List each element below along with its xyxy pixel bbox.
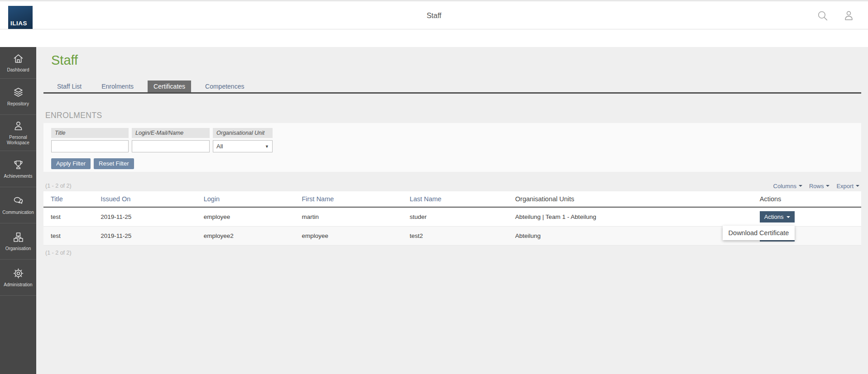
home-icon — [12, 52, 24, 65]
filter-label-title: Title — [51, 128, 129, 138]
tabs-bar: Staff List Enrolments Certificates Compe… — [43, 80, 861, 94]
sidebar-item-communication[interactable]: Communication — [0, 187, 36, 223]
column-header-login[interactable]: Login — [197, 191, 295, 207]
column-header-issued-on[interactable]: Issued On — [93, 191, 197, 207]
tab-staff-list[interactable]: Staff List — [51, 80, 87, 92]
cell-login: employee2 — [197, 227, 295, 246]
sidebar-item-dashboard[interactable]: Dashboard — [0, 47, 36, 79]
sidebar-item-label: Repository — [6, 101, 30, 107]
table-header-row: Title Issued On Login First Name Last Na… — [43, 191, 861, 207]
ilias-logo-text: ILIAS — [10, 20, 27, 27]
cell-login: employee — [197, 207, 295, 227]
caret-down-icon — [799, 185, 802, 187]
tab-certificates[interactable]: Certificates — [148, 80, 191, 92]
table-controls: Columns Rows Export — [773, 183, 859, 189]
sidebar-item-label: Organisation — [4, 246, 33, 252]
sidebar: Dashboard Repository Personal Workspace … — [0, 47, 36, 374]
org-unit-select-value: All — [216, 143, 223, 150]
main-content: Staff Staff List Enrolments Certificates… — [36, 47, 868, 374]
sidebar-item-administration[interactable]: Administration — [0, 260, 36, 296]
search-icon[interactable] — [816, 9, 829, 22]
column-header-title[interactable]: Title — [43, 191, 93, 207]
cell-last-name: test2 — [403, 227, 508, 246]
cell-first-name: employee — [294, 227, 402, 246]
column-header-actions: Actions — [753, 191, 861, 207]
section-title: ENROLMENTS — [45, 111, 861, 120]
layers-icon — [12, 86, 24, 99]
filter-field-login: Login/E-Mail/Name — [132, 128, 210, 152]
cell-issued-on: 2019-11-25 — [93, 207, 197, 227]
caret-down-icon — [856, 185, 859, 187]
caret-down-icon — [826, 185, 830, 187]
title-filter-input[interactable] — [51, 140, 129, 152]
topbar-page-title: Staff — [0, 12, 868, 20]
sidebar-item-label: Dashboard — [6, 67, 31, 73]
sidebar-item-organisation[interactable]: Organisation — [0, 223, 36, 260]
person-icon — [12, 120, 24, 132]
filter-field-org-unit: Organisational Unit All ▼ — [213, 128, 273, 152]
column-header-last-name[interactable]: Last Name — [403, 191, 508, 207]
org-unit-select[interactable]: All ▼ — [213, 140, 273, 152]
topbar-icons — [816, 9, 855, 22]
select-arrow-icon: ▼ — [265, 144, 269, 149]
filter-field-title: Title — [51, 128, 129, 152]
cell-title: test — [43, 207, 93, 227]
orgchart-icon — [12, 231, 24, 243]
download-certificate-menu-item[interactable]: Download Certificate — [723, 229, 795, 237]
sidebar-item-label: Personal Workspace — [0, 135, 36, 146]
top-bar: ILIAS Staff — [0, 0, 868, 29]
cell-title: test — [43, 227, 93, 246]
columns-dropdown[interactable]: Columns — [773, 183, 802, 189]
actions-dropdown-menu: Download Certificate — [723, 226, 795, 240]
sidebar-item-label: Administration — [2, 282, 34, 288]
sidebar-item-label: Achievements — [3, 174, 34, 180]
result-count-top: (1 - 2 of 2) — [45, 183, 72, 189]
user-icon[interactable] — [842, 9, 855, 22]
cell-actions: Actions Download Certificate — [753, 207, 861, 227]
cell-first-name: martin — [294, 207, 402, 227]
filter-label-org-unit: Organisational Unit — [213, 128, 273, 138]
result-count-bottom: (1 - 2 of 2) — [45, 250, 861, 256]
reset-filter-button[interactable]: Reset Filter — [94, 158, 134, 169]
export-dropdown[interactable]: Export — [836, 183, 859, 189]
filter-panel: Title Login/E-Mail/Name Organisational U… — [43, 123, 861, 172]
certificates-table: Title Issued On Login First Name Last Na… — [43, 191, 861, 246]
login-filter-input[interactable] — [132, 140, 210, 152]
gear-icon — [12, 267, 24, 279]
sidebar-item-label: Communication — [1, 210, 35, 216]
cell-issued-on: 2019-11-25 — [93, 227, 197, 246]
filter-label-login: Login/E-Mail/Name — [132, 128, 210, 138]
sidebar-item-achievements[interactable]: Achievements — [0, 151, 36, 187]
chat-icon — [12, 195, 24, 207]
cell-org-units: Abteilung | Team 1 - Abteilung — [508, 207, 753, 227]
column-header-org-units: Organisational Units — [508, 191, 753, 207]
table-row: test 2019-11-25 employee martin studer A… — [43, 207, 861, 227]
sidebar-item-repository[interactable]: Repository — [0, 79, 36, 115]
page-title: Staff — [51, 53, 861, 67]
trophy-icon — [12, 159, 24, 171]
column-header-first-name[interactable]: First Name — [294, 191, 402, 207]
tab-competences[interactable]: Competences — [199, 80, 250, 92]
actions-button[interactable]: Actions — [760, 211, 795, 223]
apply-filter-button[interactable]: Apply Filter — [51, 158, 91, 169]
caret-down-icon — [786, 216, 790, 218]
sidebar-item-personal-workspace[interactable]: Personal Workspace — [0, 115, 36, 151]
cell-org-units: Abteilung — [508, 227, 753, 246]
rows-dropdown[interactable]: Rows — [809, 183, 830, 189]
cell-last-name: studer — [403, 207, 508, 227]
tab-enrolments[interactable]: Enrolments — [96, 80, 139, 92]
